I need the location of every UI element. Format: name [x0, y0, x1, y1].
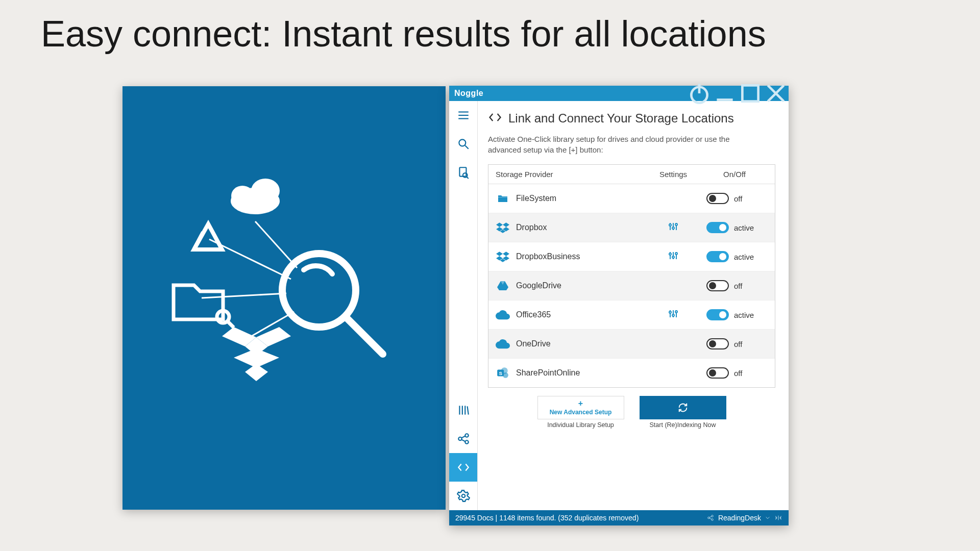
folder-icon: [496, 191, 510, 206]
svg-point-38: [465, 440, 469, 444]
sliders-icon: [668, 251, 678, 263]
provider-toggle[interactable]: [706, 193, 729, 204]
provider-toggle[interactable]: [706, 309, 729, 320]
provider-name: OneDrive: [516, 339, 551, 348]
provider-name: Dropbox: [516, 223, 547, 232]
titlebar: Noggle: [449, 86, 789, 101]
provider-toggle[interactable]: [706, 222, 729, 233]
provider-name: Office365: [516, 310, 551, 319]
chevron-down-icon[interactable]: [765, 515, 770, 520]
sidebar-search[interactable]: [449, 130, 477, 158]
provider-toggle[interactable]: [706, 251, 729, 262]
sidebar-library[interactable]: [449, 396, 477, 424]
svg-marker-42: [496, 222, 503, 227]
svg-line-35: [467, 406, 468, 414]
col-header-provider: Storage Provider: [496, 170, 645, 179]
new-setup-caption: Individual Library Setup: [547, 421, 614, 429]
provider-name: SharePointOnline: [516, 368, 580, 378]
main-panel: Link and Connect Your Storage Locations …: [478, 101, 789, 510]
svg-line-39: [461, 436, 465, 438]
toggle-state-label: active: [734, 253, 754, 261]
minimize-button[interactable]: [712, 86, 738, 101]
svg-marker-54: [503, 252, 509, 256]
sidebar-menu[interactable]: [449, 101, 477, 130]
svg-line-5: [347, 318, 383, 354]
svg-line-31: [467, 177, 468, 179]
page-title: Link and Connect Your Storage Locations: [508, 111, 734, 126]
sidebar: [449, 101, 478, 510]
provider-settings-button[interactable]: [645, 251, 701, 263]
svg-text:S: S: [499, 370, 502, 376]
svg-point-71: [675, 311, 677, 313]
provider-toggle[interactable]: [706, 280, 729, 291]
toggle-state-label: off: [734, 369, 742, 378]
googledrive-icon: [496, 279, 510, 293]
provider-name: DropboxBusiness: [516, 252, 580, 261]
provider-settings-button[interactable]: [645, 221, 701, 234]
table-row: OneDriveoff: [488, 330, 775, 359]
maximize-button[interactable]: [738, 86, 763, 101]
svg-point-36: [458, 437, 462, 441]
close-button[interactable]: [763, 86, 789, 101]
provider-settings-button[interactable]: [645, 309, 701, 321]
provider-table: Storage Provider Settings On/Off FileSys…: [488, 164, 775, 388]
svg-marker-43: [503, 222, 509, 227]
col-header-settings: Settings: [645, 170, 701, 179]
table-row: Dropboxactive: [488, 213, 775, 242]
svg-point-63: [675, 253, 677, 255]
cloud-icon: [496, 337, 510, 351]
provider-name: FileSystem: [516, 194, 556, 203]
provider-name: GoogleDrive: [516, 281, 561, 290]
svg-line-28: [465, 145, 469, 149]
network-icon: [707, 514, 714, 521]
sharepoint-icon: S: [496, 366, 510, 380]
svg-line-80: [709, 518, 712, 519]
svg-line-0: [255, 221, 297, 268]
provider-toggle[interactable]: [706, 367, 729, 379]
col-header-onoff: On/Off: [701, 170, 768, 179]
connect-graphic: [122, 86, 446, 510]
toggle-state-label: off: [734, 194, 742, 203]
svg-point-51: [672, 227, 674, 229]
svg-point-37: [465, 434, 469, 437]
svg-line-79: [709, 516, 712, 517]
app-name: Noggle: [454, 89, 483, 98]
svg-point-8: [251, 179, 280, 203]
svg-line-2: [202, 293, 286, 298]
svg-line-12: [228, 321, 234, 328]
sidebar-share[interactable]: [449, 424, 477, 453]
svg-point-27: [459, 139, 465, 146]
signal-icon: [774, 514, 782, 521]
new-advanced-setup-button[interactable]: + New Advanced Setup: [537, 396, 624, 419]
status-text: 29945 Docs | 1148 items found. (352 dupl…: [455, 514, 707, 522]
table-row: FileSystemoff: [488, 184, 775, 213]
svg-marker-53: [496, 252, 503, 256]
svg-point-62: [672, 256, 674, 258]
sidebar-connect[interactable]: [449, 453, 477, 482]
table-header: Storage Provider Settings On/Off: [488, 165, 775, 184]
cloud-icon: [496, 308, 510, 322]
provider-toggle[interactable]: [706, 338, 729, 349]
slide-title: Easy connect: Instant results for all lo…: [41, 13, 766, 55]
sidebar-settings[interactable]: [449, 482, 477, 510]
status-right-label: ReadingDesk: [718, 514, 761, 522]
power-button[interactable]: [687, 86, 712, 101]
toggle-state-label: active: [734, 223, 754, 232]
reindex-caption: Start (Re)Indexing Now: [650, 421, 716, 429]
svg-line-40: [461, 440, 465, 442]
reindex-button[interactable]: [640, 396, 726, 419]
svg-line-10: [194, 232, 203, 249]
table-row: DropboxBusinessactive: [488, 242, 775, 271]
connect-icon: [488, 110, 502, 127]
svg-point-7: [231, 186, 254, 206]
page-description: Activate One-Click library setup for dri…: [488, 134, 753, 155]
app-window: Noggle Link and Connect Your Storage Loc…: [449, 86, 789, 525]
svg-point-70: [672, 314, 674, 316]
table-row: Office365active: [488, 300, 775, 330]
svg-rect-21: [742, 85, 758, 101]
sidebar-doc-search[interactable]: [449, 158, 477, 187]
toggle-state-label: off: [734, 340, 742, 348]
new-setup-label: New Advanced Setup: [550, 409, 612, 416]
dropbox-icon: [496, 220, 510, 235]
sliders-icon: [668, 309, 678, 321]
